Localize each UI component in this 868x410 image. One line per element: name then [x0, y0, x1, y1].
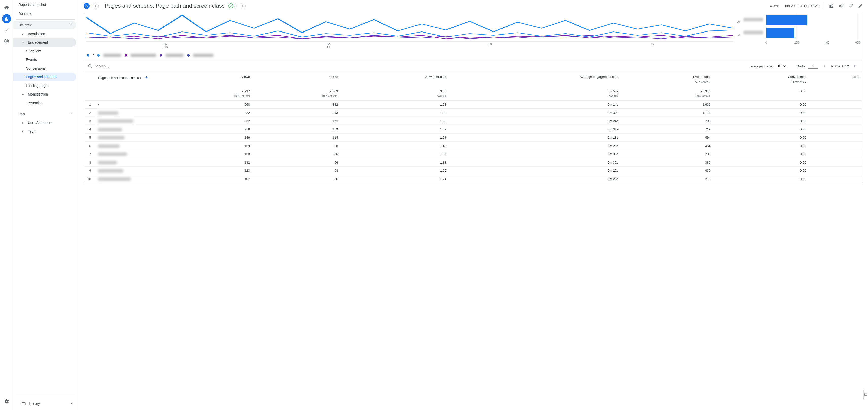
col-users[interactable]: Users — [253, 73, 342, 86]
svg-point-2 — [6, 41, 7, 41]
col-event-count[interactable]: Event countAll events▾ — [622, 73, 714, 86]
table-row[interactable]: 51461141.280m 18s4940.00 — [84, 134, 863, 142]
svg-text:600: 600 — [855, 41, 860, 45]
legend-dot — [125, 54, 127, 57]
line-chart: 20 0 25Jun 02Jul 09 16 — [84, 13, 741, 49]
svg-rect-20 — [743, 18, 763, 21]
sidebar: Reports snapshot Realtime Life cycle ⌃ ▸… — [13, 0, 78, 410]
reports-icon[interactable] — [2, 14, 11, 23]
custom-label: Custom — [770, 4, 779, 7]
rows-per-page-select[interactable]: 10 — [776, 63, 786, 69]
table-row[interactable]: 7138861.600m 36s2880.00 — [84, 150, 863, 158]
search-icon — [88, 64, 92, 68]
share-icon[interactable] — [839, 3, 844, 8]
table-row[interactable]: 6139981.420m 20s4540.00 — [84, 142, 863, 150]
legend-dot — [87, 54, 89, 57]
svg-rect-21 — [766, 28, 795, 38]
rows-per-page-label: Rows per page: — [750, 64, 773, 68]
sidebar-group-user[interactable]: User ⌃ — [13, 110, 76, 118]
chevron-up-icon: ⌃ — [69, 23, 72, 27]
col-total[interactable]: Total — [810, 73, 863, 86]
table-controls: Rows per page: 10 Go to: 1-10 of 1552 — [84, 59, 863, 72]
svg-rect-6 — [832, 6, 833, 8]
svg-rect-3 — [22, 403, 25, 405]
sort-desc-icon: ↓ — [239, 76, 241, 79]
caret-right-icon: ▸ — [22, 130, 26, 133]
sidebar-engagement-overview[interactable]: Overview — [13, 47, 76, 55]
sidebar-engagement-pages-screens[interactable]: Pages and screens — [13, 72, 76, 81]
svg-rect-4 — [830, 5, 831, 7]
chevron-down-icon: ▾ — [709, 80, 711, 84]
goto-input[interactable] — [808, 63, 818, 68]
sidebar-library[interactable]: Library — [16, 396, 75, 410]
date-range-picker[interactable]: Jun 20 - Jul 17, 2023▾ — [784, 4, 819, 8]
sidebar-reports-snapshot[interactable]: Reports snapshot — [13, 0, 76, 9]
search-input[interactable] — [94, 64, 145, 68]
sidebar-retention[interactable]: Retention — [13, 98, 76, 107]
next-page-button[interactable] — [851, 62, 859, 69]
check-icon: ✓ — [228, 3, 234, 8]
table-row[interactable]: 32321721.350m 24s7980.00 — [84, 117, 863, 125]
col-avg-engagement[interactable]: Average engagement time — [450, 73, 622, 86]
sidebar-engagement-events[interactable]: Events — [13, 55, 76, 64]
chevron-down-icon: ▾ — [818, 5, 819, 7]
svg-text:400: 400 — [825, 41, 830, 45]
add-comparison-button[interactable]: + — [93, 3, 99, 9]
insights-icon[interactable] — [848, 3, 853, 8]
col-conversions[interactable]: ConversionsAll events▾ — [714, 73, 810, 86]
table-search[interactable] — [88, 64, 746, 68]
header: A + Pages and screens: Page path and scr… — [79, 0, 868, 13]
sidebar-group-life-cycle[interactable]: Life cycle ⌃ — [13, 21, 76, 29]
table-row[interactable]: 23222431.330m 30s1,1110.00 — [84, 109, 863, 117]
table-row[interactable]: 42181591.370m 32s7190.00 — [84, 125, 863, 134]
col-views-per-user[interactable]: Views per user — [342, 73, 450, 86]
life-cycle-label: Life cycle — [18, 23, 32, 27]
table-row[interactable]: 8132961.380m 32s3820.00 — [84, 158, 863, 167]
sidebar-engagement-landing-page[interactable]: Landing page — [13, 81, 76, 90]
page-title: Pages and screens: Page path and screen … — [105, 3, 225, 9]
sidebar-engagement-conversions[interactable]: Conversions — [13, 64, 76, 72]
status-pill[interactable]: ✓ ▾ — [228, 3, 237, 9]
svg-point-7 — [842, 4, 843, 5]
collapse-sidebar-button[interactable] — [67, 399, 75, 407]
legend-dot — [97, 54, 100, 57]
table-row[interactable]: 9123981.260m 22s4300.00 — [84, 166, 863, 175]
sidebar-user-attributes[interactable]: ▸User Attributes — [13, 118, 76, 127]
admin-icon[interactable] — [2, 397, 11, 406]
svg-point-8 — [839, 5, 841, 7]
svg-point-24 — [88, 64, 91, 67]
home-icon[interactable] — [2, 3, 11, 12]
svg-text:200: 200 — [795, 41, 799, 45]
sidebar-realtime[interactable]: Realtime — [13, 9, 76, 18]
caret-down-icon: ▾ — [22, 41, 26, 44]
chevron-up-icon: ⌃ — [69, 112, 72, 116]
user-label: User — [18, 112, 25, 116]
y-tick-20: 20 — [737, 20, 740, 23]
feedback-tab[interactable] — [863, 390, 868, 400]
customize-report-icon[interactable] — [829, 3, 834, 8]
chevron-down-icon: ▾ — [234, 5, 235, 7]
sidebar-acquisition[interactable]: ▸Acquisition — [13, 29, 76, 38]
icon-rail — [0, 0, 13, 410]
prev-page-button[interactable] — [821, 62, 828, 69]
edit-icon[interactable] — [858, 3, 863, 8]
sidebar-engagement[interactable]: ▾Engagement — [13, 38, 76, 47]
sidebar-tech[interactable]: ▸Tech — [13, 127, 76, 136]
legend-dot — [160, 54, 162, 57]
add-dimension-button[interactable]: + — [145, 75, 148, 80]
advertising-icon[interactable] — [2, 36, 11, 46]
report-card: 20 0 25Jun 02Jul 09 16 0200400600 — [84, 13, 863, 183]
table-row[interactable]: 10107861.240m 26s2180.00 — [84, 175, 863, 183]
add-filter-button[interactable]: + — [240, 3, 246, 9]
svg-text:0: 0 — [766, 41, 767, 45]
segment-avatar[interactable]: A — [84, 3, 90, 9]
table-row[interactable]: 1/5683321.710m 14s1,6360.00 — [84, 100, 863, 109]
svg-rect-5 — [831, 4, 832, 7]
col-views[interactable]: ↓ Views — [165, 73, 253, 86]
explore-icon[interactable] — [2, 25, 11, 34]
col-dimension[interactable]: Page path and screen class ▾ + — [94, 73, 165, 86]
sidebar-monetization[interactable]: ▸Monetization — [13, 90, 76, 98]
data-table: Page path and screen class ▾ + ↓ Views U… — [84, 72, 863, 183]
legend-dot — [187, 54, 190, 57]
svg-rect-19 — [766, 15, 807, 25]
